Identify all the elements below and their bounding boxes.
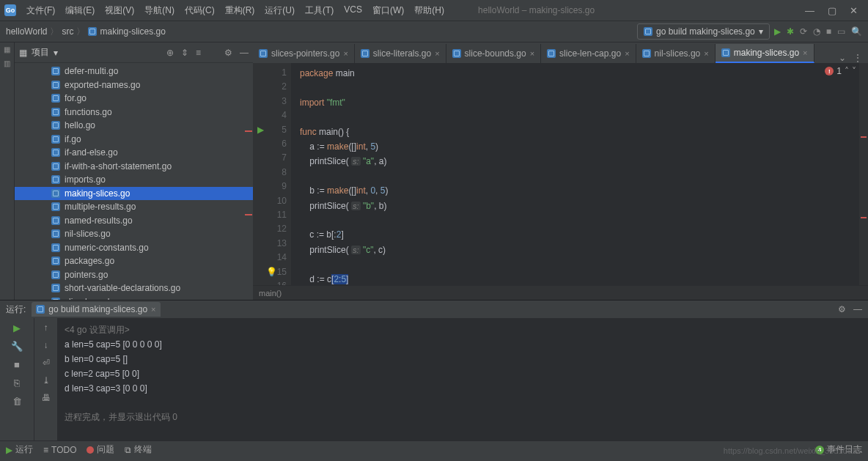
profile-icon[interactable]: ◔ — [813, 26, 820, 37]
tree-file-item[interactable]: packages.go — [15, 254, 253, 268]
expand-icon[interactable]: ≡ — [196, 48, 201, 58]
terminal-tool-button[interactable]: ⧉终端 — [125, 443, 152, 456]
close-icon[interactable]: × — [530, 49, 534, 58]
chevron-up-icon[interactable]: ˄ — [845, 66, 849, 76]
menu-item[interactable]: 重构(R) — [221, 1, 260, 20]
file-name: functions.go — [65, 107, 112, 117]
file-name: packages.go — [65, 256, 114, 266]
run-icon[interactable]: ▶ — [774, 26, 781, 37]
more-icon[interactable]: ⋮ — [853, 53, 862, 63]
error-indicator[interactable]: ! 1 ˄ ˅ — [825, 66, 856, 76]
tree-file-item[interactable]: named-results.go — [15, 214, 253, 228]
tree-file-item[interactable]: hello.go — [15, 119, 253, 133]
gear-icon[interactable]: ⚙ — [224, 48, 232, 58]
print-icon[interactable]: 🖶 — [42, 393, 51, 403]
search-icon[interactable]: 🔍 — [851, 26, 862, 37]
rerun-icon[interactable]: ▶ — [13, 322, 21, 333]
file-tree[interactable]: defer-multi.goexported-names.gofor.gofun… — [15, 63, 253, 300]
breadcrumb-item[interactable]: src — [62, 26, 73, 37]
exit-icon[interactable]: ⎘ — [14, 377, 20, 388]
collapse-icon[interactable]: ⇕ — [181, 48, 188, 58]
editor-tab[interactable]: slices-pointers.go× — [253, 44, 355, 63]
console-output[interactable]: <4 go 设置调用> a len=5 cap=5 [0 0 0 0 0] b … — [57, 318, 868, 440]
menu-item[interactable]: 工具(T) — [301, 1, 338, 20]
editor-tab[interactable]: making-slices.go× — [716, 44, 814, 63]
close-icon[interactable]: × — [151, 305, 155, 314]
minimize-icon[interactable]: — — [805, 5, 814, 16]
menu-item[interactable]: 运行(U) — [260, 1, 299, 20]
project-tree-icon: ▦ — [19, 48, 27, 58]
tree-file-item[interactable]: pointers.go — [15, 268, 253, 282]
tree-file-item[interactable]: exported-names.go — [15, 78, 253, 92]
hide-icon[interactable]: — — [853, 304, 862, 314]
close-icon[interactable]: × — [704, 49, 708, 58]
chevron-down-icon[interactable]: ˅ — [852, 66, 856, 76]
run-config-selector[interactable]: go build making-slices.go ▾ — [637, 23, 770, 40]
close-icon[interactable]: × — [435, 49, 439, 58]
run-tool-button[interactable]: ▶运行 — [6, 443, 33, 456]
tree-file-item[interactable]: imports.go — [15, 173, 253, 187]
error-count: 1 — [836, 66, 842, 76]
breadcrumb-item[interactable]: helloWorld — [6, 26, 47, 37]
tree-file-item[interactable]: nil-slices.go — [15, 227, 253, 241]
code-content[interactable]: package main import "fmt" func main() { … — [291, 63, 868, 285]
tree-file-item[interactable]: defer-multi.go — [15, 64, 253, 78]
run-tab[interactable]: go build making-slices.go × — [32, 302, 160, 317]
down-icon[interactable]: ↓ — [44, 340, 48, 350]
todo-tool-button[interactable]: ≡TODO — [43, 445, 76, 455]
error-stripe[interactable] — [859, 63, 868, 285]
menu-item[interactable]: 编辑(E) — [61, 1, 99, 20]
close-icon[interactable]: ✕ — [850, 5, 858, 16]
close-icon[interactable]: × — [625, 49, 629, 58]
editor-tab[interactable]: slice-literals.go× — [355, 44, 446, 63]
menu-item[interactable]: 代码(C) — [180, 1, 219, 20]
tree-file-item[interactable]: making-slices.go — [15, 187, 253, 201]
tree-file-item[interactable]: if-with-a-short-statement.go — [15, 160, 253, 174]
maximize-icon[interactable]: ▢ — [828, 5, 836, 16]
tree-file-item[interactable]: for.go — [15, 92, 253, 106]
stop-icon[interactable]: ■ — [14, 359, 20, 370]
dropdown-icon[interactable]: ▾ — [54, 48, 58, 58]
editor-tab[interactable]: slice-bounds.go× — [446, 44, 542, 63]
tree-file-item[interactable]: short-variable-declarations.go — [15, 281, 253, 295]
menu-item[interactable]: 导航(N) — [140, 1, 179, 20]
tree-file-item[interactable]: functions.go — [15, 106, 253, 119]
editor-tab[interactable]: slice-len-cap.go× — [541, 44, 636, 63]
tree-file-item[interactable]: if.go — [15, 133, 253, 147]
tree-file-item[interactable]: multiple-results.go — [15, 200, 253, 214]
close-icon[interactable]: × — [803, 48, 807, 57]
folder-icon[interactable]: ▥ — [3, 59, 11, 67]
bulb-icon[interactable]: 💡 — [266, 265, 277, 279]
structure-icon[interactable]: ▭ — [837, 26, 845, 37]
editor-tab[interactable]: nil-slices.go× — [636, 44, 716, 63]
close-icon[interactable]: × — [343, 49, 347, 58]
project-tool-icon[interactable]: ▦ — [3, 45, 11, 54]
debug-icon[interactable]: ✱ — [787, 26, 794, 37]
menu-item[interactable]: 窗口(W) — [368, 1, 408, 20]
go-file-icon — [51, 121, 60, 130]
coverage-icon[interactable]: ⟳ — [800, 26, 807, 37]
wrap-icon[interactable]: ⏎ — [43, 358, 50, 368]
tree-file-item[interactable]: slice-bounds.go — [15, 295, 253, 300]
menu-item[interactable]: 帮助(H) — [410, 1, 449, 20]
tree-file-item[interactable]: if-and-else.go — [15, 146, 253, 160]
code-breadcrumb[interactable]: main() — [253, 285, 868, 300]
gear-icon[interactable]: ⚙ — [838, 304, 846, 314]
code-editor[interactable]: 1234▶567891011121314💡1516 package main i… — [253, 63, 868, 285]
problems-tool-button[interactable]: 问题 — [87, 443, 114, 456]
chevron-down-icon[interactable]: ⌄ — [839, 53, 846, 63]
menu-item[interactable]: 视图(V) — [100, 1, 139, 20]
go-file-icon — [51, 298, 60, 300]
stop-icon[interactable]: ■ — [826, 26, 831, 37]
menu-item[interactable]: VCS — [339, 1, 367, 20]
run-gutter-icon[interactable]: ▶ — [257, 123, 264, 137]
menu-item[interactable]: 文件(F) — [22, 1, 59, 20]
scroll-icon[interactable]: ⤓ — [43, 375, 50, 386]
locate-icon[interactable]: ⊕ — [166, 48, 174, 58]
trash-icon[interactable]: 🗑 — [12, 396, 22, 407]
tree-file-item[interactable]: numeric-constants.go — [15, 241, 253, 255]
wrench-icon[interactable]: 🔧 — [11, 341, 23, 352]
breadcrumb-item[interactable]: making-slices.go — [100, 26, 165, 37]
up-icon[interactable]: ↑ — [44, 322, 48, 333]
hide-icon[interactable]: — — [240, 48, 249, 58]
